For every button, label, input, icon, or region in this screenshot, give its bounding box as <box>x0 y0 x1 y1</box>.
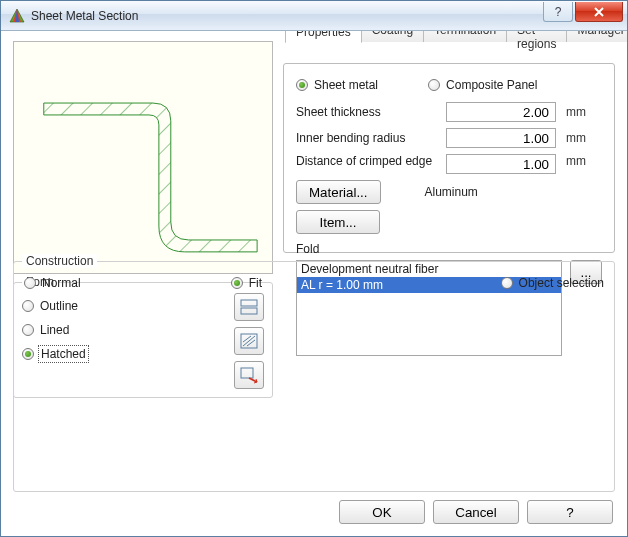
thickness-unit: mm <box>566 105 586 119</box>
material-value: Aluminum <box>425 185 478 199</box>
help-titlebar-button[interactable]: ? <box>543 2 573 22</box>
radio-icon <box>501 277 513 289</box>
material-button[interactable]: Material... <box>296 180 381 204</box>
radio-label: Sheet metal <box>314 78 378 92</box>
radio-label: Normal <box>42 276 81 290</box>
radio-label: Object selection <box>519 276 604 290</box>
tab-set-regions[interactable]: Set regions <box>506 31 567 42</box>
crimp-label: Distance of crimped edge <box>296 154 446 168</box>
type-sheet-metal-radio[interactable]: Sheet metal <box>296 78 378 92</box>
section-preview <box>13 41 273 274</box>
cancel-button[interactable]: Cancel <box>433 500 519 524</box>
app-icon <box>9 8 25 24</box>
crimp-unit: mm <box>566 154 586 168</box>
construction-legend: Construction <box>22 254 97 268</box>
tab-coating[interactable]: Coating <box>361 31 424 42</box>
construction-object-selection-radio[interactable]: Object selection <box>501 276 604 290</box>
window-buttons: ? <box>543 1 627 30</box>
radio-icon <box>428 79 440 91</box>
radio-icon <box>296 79 308 91</box>
ok-button[interactable]: OK <box>339 500 425 524</box>
thickness-input[interactable] <box>446 102 556 122</box>
dialog-window: Sheet Metal Section ? <box>0 0 628 537</box>
tab-bar: Properties Coating Termination Set regio… <box>285 31 627 42</box>
construction-normal-radio[interactable]: Normal <box>24 276 81 290</box>
radius-input[interactable] <box>446 128 556 148</box>
crimp-input[interactable] <box>446 154 556 174</box>
close-button[interactable] <box>575 2 623 22</box>
window-title: Sheet Metal Section <box>31 9 543 23</box>
radius-label: Inner bending radius <box>296 131 446 145</box>
radio-label: Composite Panel <box>446 78 537 92</box>
construction-group: Construction Normal Fit Object selection <box>13 261 615 493</box>
radius-unit: mm <box>566 131 586 145</box>
fold-label: Fold <box>296 242 602 256</box>
radio-label: Fit <box>249 276 262 290</box>
type-composite-panel-radio[interactable]: Composite Panel <box>428 78 537 92</box>
tab-manager[interactable]: Manager <box>566 31 627 42</box>
tab-termination[interactable]: Termination <box>423 31 507 42</box>
tab-properties[interactable]: Properties <box>285 31 362 43</box>
properties-panel: Sheet metal Composite Panel Sheet thickn… <box>283 63 615 253</box>
dialog-button-row: OK Cancel ? <box>13 492 615 524</box>
thickness-label: Sheet thickness <box>296 105 446 119</box>
construction-fit-radio[interactable]: Fit <box>231 276 262 290</box>
help-button[interactable]: ? <box>527 500 613 524</box>
radio-icon <box>24 277 36 289</box>
titlebar[interactable]: Sheet Metal Section ? <box>1 1 627 31</box>
dialog-content: Form Outline Lined <box>1 31 627 536</box>
item-button[interactable]: Item... <box>296 210 380 234</box>
radio-icon <box>231 277 243 289</box>
